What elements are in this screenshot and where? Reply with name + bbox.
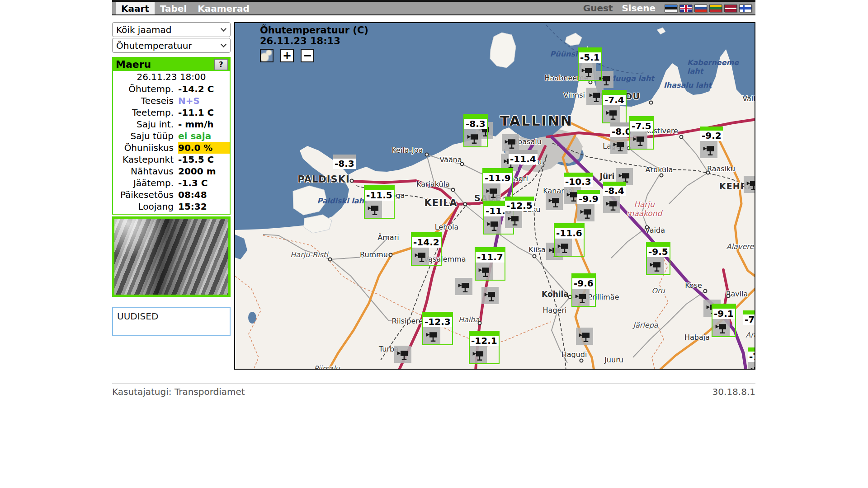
place-label: Hagudi (561, 350, 587, 359)
tab-kaamerad[interactable]: Kaamerad (192, 2, 255, 14)
map-station[interactable]: -5.1 (578, 47, 602, 81)
place-label: Habaja (684, 333, 710, 342)
overview-map-button[interactable] (260, 49, 274, 62)
station-panel-header: Maeru ? (113, 58, 230, 71)
camera-icon[interactable] (470, 346, 487, 363)
camera-icon[interactable] (476, 263, 493, 280)
town-marker (451, 188, 455, 192)
place-label: TALLINN (500, 113, 573, 129)
map-station[interactable]: -7 (748, 347, 755, 370)
camera-icon[interactable] (423, 327, 440, 344)
tab-kaart[interactable]: Kaart (116, 2, 155, 14)
camera-icon[interactable] (603, 196, 620, 213)
map-station[interactable]: -11.7 (475, 247, 505, 281)
camera-icon[interactable] (484, 216, 501, 234)
station-name: Maeru (116, 59, 151, 70)
town-marker (463, 202, 467, 206)
nav-right: Guest Sisene (583, 2, 755, 14)
map-station[interactable]: -12.5 (505, 197, 534, 228)
map-station[interactable]: -12.1 (469, 331, 500, 364)
camera-icon[interactable] (546, 193, 563, 210)
map-station[interactable]: -9.2 (700, 127, 723, 158)
place-label: Rummu (360, 250, 388, 259)
station-value: -8.3 (464, 119, 487, 129)
latvia-flag-icon[interactable] (724, 5, 737, 12)
camera-icon[interactable] (555, 239, 572, 256)
zoom-in-button[interactable]: + (280, 49, 294, 62)
finland-flag-icon[interactable] (739, 5, 752, 12)
camera-icon[interactable] (610, 137, 627, 154)
place-label: Juuru (604, 356, 623, 364)
station-value: -11.9 (483, 173, 512, 183)
camera-icon[interactable] (365, 201, 382, 218)
layer-select[interactable]: Õhutemperatuur (112, 38, 231, 53)
row-value: -15.5 C (178, 154, 230, 165)
camera-icon[interactable] (481, 287, 499, 304)
place-label: Hageri (543, 306, 567, 314)
camera-icon[interactable] (502, 134, 519, 151)
camera-icon[interactable] (412, 248, 429, 265)
station-timestamp: 26.11.23 18:00 (113, 71, 230, 83)
camera-icon[interactable] (603, 105, 620, 122)
camera-icon[interactable] (483, 183, 500, 201)
tab-tabel[interactable]: Tabel (155, 2, 192, 14)
russia-flag-icon[interactable] (694, 5, 707, 12)
station-filter-select[interactable]: Kõik jaamad (112, 22, 231, 37)
camera-icon[interactable] (577, 204, 594, 221)
town-marker (425, 153, 429, 157)
camera-icon[interactable] (572, 289, 590, 306)
uk-flag-icon[interactable] (679, 5, 692, 12)
lithuania-flag-icon[interactable] (709, 5, 722, 12)
camera-icon[interactable] (712, 319, 730, 336)
news-title: UUDISED (117, 311, 158, 322)
camera-icon[interactable] (579, 63, 596, 80)
map-station[interactable]: -7.4 (602, 90, 627, 123)
camera-icon[interactable] (394, 346, 411, 363)
map-station[interactable]: -8.3 (333, 155, 356, 169)
place-label: Keila-Joa (392, 146, 423, 155)
camera-icon[interactable] (505, 211, 522, 228)
place-label: Harju-Risti (290, 250, 328, 259)
place-label: Alavere (726, 242, 754, 251)
camera-icon[interactable] (700, 141, 717, 158)
place-label: Jüri (600, 172, 615, 181)
map-station[interactable]: -9.6 (571, 273, 596, 307)
map-station[interactable]: -9.1 (712, 304, 736, 337)
login-link[interactable]: Sisene (622, 3, 656, 14)
camera-icon[interactable] (576, 328, 593, 345)
station-value: -12.1 (470, 336, 499, 346)
map-station[interactable]: -8.4 (603, 182, 626, 213)
camera-icon[interactable] (748, 362, 755, 370)
zoom-out-button[interactable]: − (301, 49, 314, 62)
map-station[interactable]: -11.6 (554, 223, 585, 257)
map-layer-title: Õhutemperatuur (C) (260, 25, 368, 36)
row-label: Õhuniiskus (113, 142, 178, 154)
map-station[interactable]: -11.4 (509, 150, 538, 164)
camera-image[interactable] (112, 216, 231, 297)
map-station[interactable]: -8.3 (463, 114, 488, 147)
help-button[interactable]: ? (214, 59, 228, 70)
map-layers: TALLINNPALDISKIKEILASAUEKEHRAMAARDUKohil… (235, 23, 755, 369)
map-station[interactable]: -11.5 (364, 185, 395, 219)
camera-icon[interactable] (744, 176, 755, 193)
map-station[interactable]: -12.3 (422, 312, 453, 345)
estonia-flag-icon[interactable] (665, 5, 677, 12)
camera-icon[interactable] (630, 131, 647, 149)
map[interactable]: TALLINNPALDISKIKEILASAUEKEHRAMAARDUKohil… (234, 22, 755, 370)
support-label: Kasutajatugi: Transpordiamet (112, 386, 245, 397)
station-value: -9.2 (700, 131, 723, 141)
camera-icon[interactable] (647, 257, 664, 274)
camera-icon[interactable] (586, 88, 604, 105)
row-value: - mm/h (178, 118, 230, 130)
station-data-row: Jäätemp.-1.3 C (113, 177, 230, 189)
place-label: Muuga laht (608, 74, 654, 83)
camera-icon[interactable] (455, 278, 472, 295)
place-label: Haiba (458, 315, 479, 324)
map-station[interactable]: -7. (743, 310, 755, 325)
map-station[interactable]: -14.2 (411, 232, 442, 266)
map-station[interactable]: -9.5 (646, 242, 670, 275)
camera-icon[interactable] (464, 129, 481, 146)
map-station[interactable]: -7.5 (629, 116, 654, 150)
map-station[interactable]: -9.9 (577, 190, 600, 221)
town-marker (389, 253, 393, 257)
